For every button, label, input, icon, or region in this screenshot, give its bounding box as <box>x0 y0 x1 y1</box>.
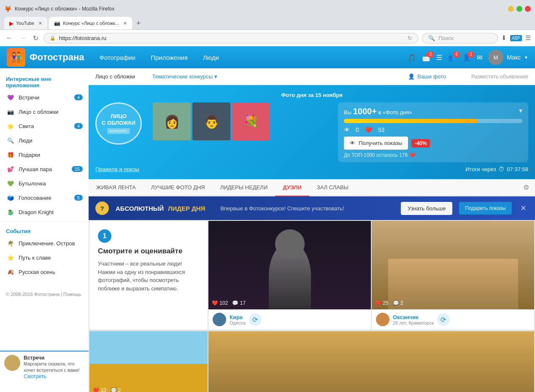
tab-close-contest[interactable]: ✕ <box>123 21 127 26</box>
minimize-button[interactable] <box>508 6 514 12</box>
sidebar-item-cover[interactable]: 📷 Лицо с обложки <box>0 105 89 119</box>
top-label: Вы 1000+ в «Фото дня» ▾ <box>344 107 522 116</box>
tab-hall-of-fame[interactable]: ЗАЛ СЛАВЫ <box>309 179 356 196</box>
sidebar-label-autumn: Русская осень <box>19 269 55 275</box>
sidebar: Интересные мне приложения 💜 Встречи 4 📷 … <box>0 68 89 392</box>
views-count: 0 <box>356 126 359 133</box>
sidebar-item-bottle[interactable]: 💚 Бутылочка <box>0 176 89 191</box>
get-btn-label: Получить показы <box>359 140 402 146</box>
sidebar-item-autumn[interactable]: 🍂 Русская осень <box>0 265 89 279</box>
sidebar-item-island[interactable]: 🌴 Приключение. Остров <box>0 236 89 250</box>
notifications-icon[interactable]: 📩 3 <box>422 54 430 62</box>
get-shows-button[interactable]: 👁 Получить показы <box>344 137 408 150</box>
nav-people[interactable]: Люди <box>196 51 226 64</box>
messages-icon[interactable]: ✉ <box>477 54 482 62</box>
oksanchik-name: Оксанчик <box>393 314 434 320</box>
bottle-icon: 💚 <box>6 179 15 188</box>
browser-tab-youtube[interactable]: ▶ YouTube ✕ <box>4 17 47 30</box>
subnav-thematic[interactable]: Тематические конкурсы ▾ <box>152 72 217 81</box>
heart-icon: ❤️ <box>365 126 372 133</box>
kira-action-button[interactable]: ⟳ <box>249 313 262 326</box>
refresh-icon[interactable]: ↻ <box>408 35 412 41</box>
site-logo[interactable]: 👫 Фотострана <box>7 48 84 67</box>
nav-photos[interactable]: Фотографии <box>93 51 143 64</box>
tab-best-photos[interactable]: ЛУЧШИЕ ФОТО ДНЯ <box>143 179 213 196</box>
discount-badge: -40% <box>411 139 430 148</box>
dismiss-icon[interactable]: ▾ <box>519 107 522 115</box>
photo-user-oksanchik: Оксанчик 28 лет, Краматорск <box>393 314 434 325</box>
photo-stats-yulia: ❤️ 33 💬 2 <box>93 387 121 392</box>
subnav-your-photos[interactable]: 👤 Ваши фото <box>408 73 446 80</box>
photo-user-kira: Кира Одесса <box>230 314 246 325</box>
tab-settings-button[interactable]: ⚙ <box>517 179 535 196</box>
menu-icon-header[interactable]: ☰ <box>436 54 442 62</box>
photo-card-oksanchik[interactable]: ❤️ 25 💬 2 Оксанчик 28 лет, Краматорск ⟳ <box>372 221 534 330</box>
nav-apps[interactable]: Приложения <box>144 51 195 64</box>
translate-icon[interactable]: ABP <box>510 35 522 41</box>
dragon-knight-icon: 🐉 <box>6 207 15 217</box>
menu-icon[interactable]: ☰ <box>525 34 531 42</box>
sidebar-label-glory: Путь к славе <box>19 255 51 261</box>
svita-badge: 4 <box>74 123 83 129</box>
sidebar-item-meetings[interactable]: 💜 Встречи 4 <box>0 90 89 105</box>
maximize-button[interactable] <box>516 6 522 12</box>
photo-card-extra[interactable] <box>208 331 534 392</box>
profile-icon[interactable]: 👤 1 <box>462 54 471 62</box>
sidebar-label-vote: Голосование <box>19 195 51 201</box>
music-icon[interactable]: 🎵 <box>408 54 416 62</box>
tab-live-feed[interactable]: ЖИВАЯ ЛЕНТА <box>89 179 143 196</box>
sidebar-item-vote[interactable]: 🗳️ Голосование 5 <box>0 191 89 205</box>
tab-week-leaders[interactable]: ЛИДЕРЫ НЕДЕЛИ <box>213 179 276 196</box>
sidebar-item-dragon-knight[interactable]: 🐉 Dragon Knight <box>0 205 89 219</box>
contest-photo-3[interactable]: 💐 <box>232 102 270 140</box>
promo-close-button[interactable]: ✕ <box>519 202 528 215</box>
sidebar-item-gifts[interactable]: 🎁 Подарки <box>0 148 89 162</box>
photo-stats-oksanchik: ❤️ 25 💬 2 <box>375 300 403 306</box>
gift-button[interactable]: Подарить показы <box>459 202 512 215</box>
svita-icon: 🌟 <box>6 121 15 131</box>
get-shows-row: 👁 Получить показы -40% <box>344 137 522 150</box>
photo-avatar-kira <box>213 313 226 326</box>
contest-photo-2[interactable]: 👨 <box>192 102 230 140</box>
photo-image-kira[interactable]: ❤️ 102 💬 17 <box>208 221 371 309</box>
photo-card-kira[interactable]: ❤️ 102 💬 17 Кира Одесса ⟳ <box>208 221 371 330</box>
new-tab-button[interactable]: + <box>134 19 143 28</box>
intro-title: Смотрите и оценивайте <box>98 247 199 255</box>
user-area[interactable]: М Макс ▼ <box>488 50 528 65</box>
back-button[interactable]: ← <box>4 32 14 43</box>
eye-icon-btn: 👁 <box>350 140 355 146</box>
kira-city: Одесса <box>230 320 246 325</box>
refresh-button[interactable]: ↻ <box>31 32 40 44</box>
tab-duels[interactable]: ДУЭЛИ <box>275 179 309 196</box>
gifts-icon: 🎁 <box>6 150 15 159</box>
oksanchik-action-button[interactable]: ⟳ <box>437 313 450 326</box>
promo-cta-button[interactable]: Узнать больше <box>401 202 452 215</box>
sidebar-item-best-pair[interactable]: 💕 Лучшая пара 15 <box>0 162 89 176</box>
sidebar-item-glory[interactable]: ⭐ Путь к славе <box>0 250 89 265</box>
photo-image-yulia[interactable]: ❤️ 33 💬 2 <box>89 331 208 392</box>
meetings-badge: 4 <box>74 94 83 100</box>
window-icon: 🦊 <box>4 5 11 12</box>
download-icon[interactable]: ⬇ <box>501 34 507 42</box>
sidebar-item-people[interactable]: 🔍 Люди <box>0 133 89 148</box>
content-tabs: ЖИВАЯ ЛЕНТА ЛУЧШИЕ ФОТО ДНЯ ЛИДЕРЫ НЕДЕЛ… <box>89 179 535 196</box>
friends-icon[interactable]: 👥 6 <box>448 54 457 62</box>
notif-link[interactable]: Смотреть <box>24 373 46 379</box>
rules-link[interactable]: Правила и призы <box>95 166 139 172</box>
contest-links: Правила и призы <box>95 166 139 172</box>
profile-badge: 1 <box>467 51 474 58</box>
promo-badge: ? <box>95 201 109 215</box>
contest-photo-1[interactable]: 👩 <box>153 102 191 140</box>
subnav-cover[interactable]: Лицо с обложки <box>95 72 135 81</box>
intro-card: 1 Смотрите и оценивайте Участники – все … <box>89 221 208 330</box>
photo-card-yulia[interactable]: ❤️ 33 💬 2 Юлия 30 лет, Никополь ⟳ <box>89 331 208 392</box>
sidebar-item-svita[interactable]: 🌟 Свита 4 <box>0 119 89 133</box>
photo-image-oksanchik[interactable]: ❤️ 25 💬 2 <box>372 221 534 309</box>
tab-label-contest: Конкурс «Лицо с обложк... <box>63 21 119 26</box>
browser-tab-contest[interactable]: 📷 Конкурс «Лицо с обложк... ✕ <box>49 17 132 30</box>
place-ad-link[interactable]: Разместить объявление <box>471 74 528 80</box>
forward-button[interactable]: → <box>18 32 28 43</box>
tab-close-youtube[interactable]: ✕ <box>38 21 42 26</box>
close-button[interactable] <box>525 6 531 12</box>
sidebar-label-meetings: Встречи <box>19 94 39 101</box>
